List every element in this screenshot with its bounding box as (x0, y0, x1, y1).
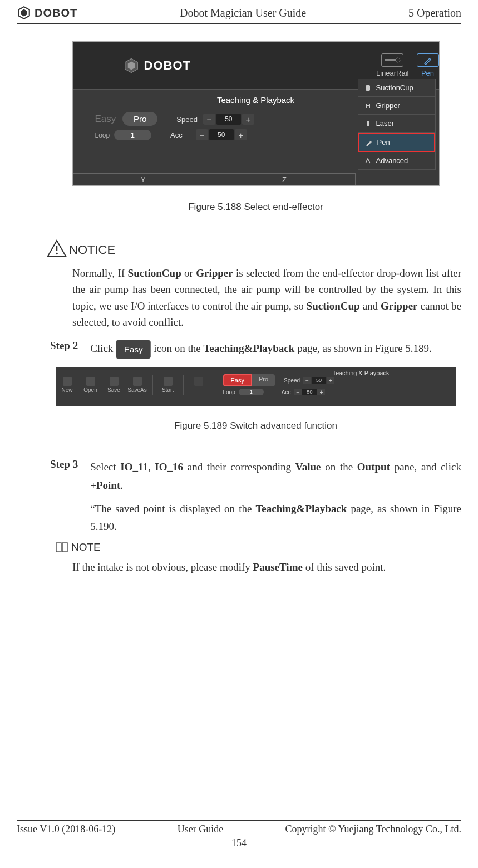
svg-marker-1 (21, 9, 27, 17)
linear-rail-button[interactable]: LinearRail (376, 53, 409, 77)
minus-icon[interactable]: − (203, 114, 215, 125)
acc-label: Acc (170, 131, 183, 139)
loop-value[interactable]: 1 (114, 130, 151, 140)
open-button[interactable]: Open (79, 377, 102, 393)
brand-logo: DOBOT (17, 6, 77, 20)
linear-rail-icon (384, 56, 401, 64)
footer-copyright: Copyright © Yuejiang Technology Co., Ltd… (285, 823, 461, 835)
new-button[interactable]: New (56, 377, 79, 393)
svg-rect-6 (366, 85, 370, 91)
dd-gripper[interactable]: Gripper (358, 97, 435, 115)
svg-point-5 (396, 58, 400, 62)
page-header: DOBOT Dobot Magician User Guide 5 Operat… (17, 0, 461, 24)
dd-advanced[interactable]: Advanced (358, 152, 435, 170)
svg-rect-12 (62, 543, 67, 552)
effector-dropdown[interactable]: SuctionCup Gripper Laser Pen Advanced (358, 79, 436, 170)
step-3: Step 3 Select IO_11, IO_16 and their cor… (50, 458, 461, 536)
start-button[interactable]: Start (156, 377, 180, 393)
svg-point-10 (56, 253, 58, 255)
pen-button[interactable]: Pen (417, 53, 439, 77)
suction-icon (364, 84, 372, 92)
figure-caption-1: Figure 5.188 Select end-effector (50, 202, 461, 213)
pen-icon (423, 55, 433, 65)
step-2: Step 2 Click Easy icon on the Teaching&P… (50, 340, 461, 360)
brand-text: DOBOT (35, 7, 77, 19)
svg-rect-4 (385, 59, 396, 61)
dd-pen[interactable]: Pen (358, 133, 435, 152)
footer-title: User Guide (178, 823, 223, 835)
panel-title-2: Teaching & Playback (332, 368, 389, 378)
advanced-icon (364, 157, 372, 165)
page-number: 154 (17, 835, 461, 849)
laser-icon (364, 120, 372, 127)
speed-stepper[interactable]: − 50 + (203, 114, 254, 125)
plus-icon[interactable]: + (235, 129, 247, 140)
easy-pro-toggle[interactable]: Easy Pro (223, 374, 275, 386)
dd-laser[interactable]: Laser (358, 115, 435, 133)
notice-paragraph: Normally, If SuctionCup or Gripper is se… (72, 265, 461, 331)
plus-icon[interactable]: + (242, 114, 254, 125)
dobot-logo-icon (17, 6, 31, 20)
pen-icon (365, 139, 373, 146)
pro-pill[interactable]: Pro (122, 112, 157, 126)
page-footer: Issue V1.0 (2018-06-12) User Guide Copyr… (17, 820, 461, 849)
header-section: 5 Operation (408, 7, 461, 19)
gripper-icon (364, 102, 372, 110)
note-paragraph: If the intake is not obvious, please mod… (72, 559, 461, 575)
app-logo: DOBOT (123, 57, 191, 74)
figure-screenshot-1: DOBOT LinearRail Pen Teaching & Playback… (72, 41, 440, 186)
axis-row: Y Z (73, 173, 356, 185)
loop-label: Loop (95, 131, 110, 139)
footer-issue: Issue V1.0 (2018-06-12) (17, 823, 115, 835)
save-button[interactable]: Save (102, 377, 126, 393)
easy-inline-button: Easy (116, 340, 151, 360)
svg-rect-11 (56, 543, 61, 552)
dd-suctioncup[interactable]: SuctionCup (358, 79, 435, 97)
easy-label[interactable]: Easy (95, 114, 116, 124)
note-heading: NOTE (56, 541, 461, 553)
hex-logo-icon (123, 57, 140, 74)
notice-heading: NOTICE (47, 239, 461, 257)
speed-label: Speed (176, 115, 198, 124)
minus-icon[interactable]: − (196, 129, 208, 140)
figure-caption-2: Figure 5.189 Switch advanced function (50, 420, 461, 431)
header-title: Dobot Magician User Guide (180, 7, 306, 19)
saveas-button[interactable]: SaveAs (126, 377, 149, 393)
stop-button[interactable] (187, 377, 210, 393)
figure-screenshot-2: Teaching & Playback New Open Save SaveAs… (56, 367, 456, 406)
warning-icon (47, 239, 67, 257)
acc-stepper[interactable]: − 50 + (196, 129, 247, 140)
svg-rect-7 (367, 121, 369, 126)
note-icon (56, 542, 68, 552)
